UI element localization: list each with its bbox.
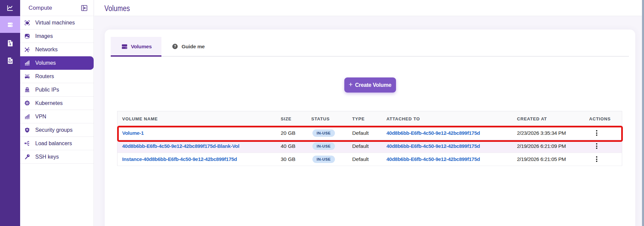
svg-text:?: ? — [174, 44, 176, 48]
svg-text:$: $ — [9, 42, 11, 46]
